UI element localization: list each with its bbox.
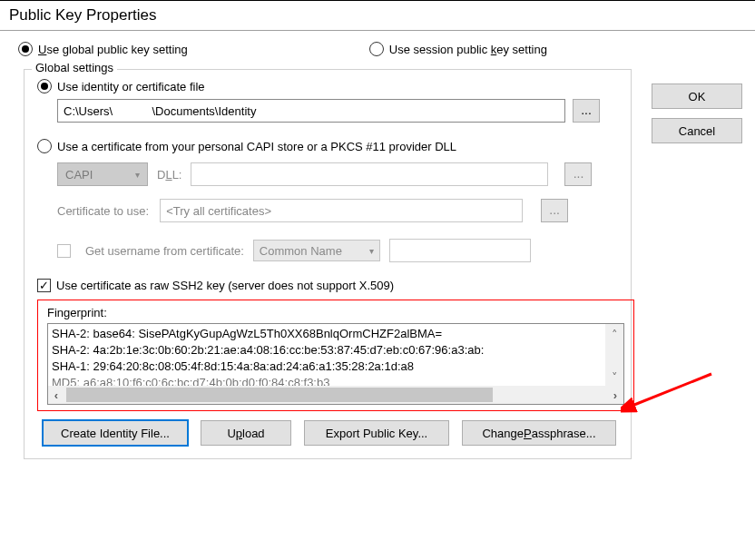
chevron-down-icon: ▾ <box>135 170 140 180</box>
fingerprint-line: SHA-1: 29:64:20:8c:08:05:4f:8d:15:4a:8a:… <box>52 359 603 375</box>
window-title: Public Key Properties <box>0 0 755 28</box>
fingerprint-highlight: Fingerprint: SHA-2: base64: SisePAtgKyGu… <box>37 300 634 411</box>
certificate-select-input <box>160 199 523 222</box>
capi-provider-label: CAPI <box>65 168 93 182</box>
radio-dot-icon <box>37 139 52 153</box>
radio-global-label: Use global public key setting <box>38 43 188 56</box>
capi-provider-dropdown: CAPI ▾ <box>57 162 148 186</box>
browse-identity-button[interactable]: ... <box>573 99 600 123</box>
scroll-right-icon[interactable]: › <box>607 388 623 402</box>
fingerprint-textarea[interactable]: SHA-2: base64: SisePAtgKyGupAgWzL5Th0XX6… <box>47 323 624 405</box>
radio-capi-label: Use a certificate from your personal CAP… <box>57 140 456 153</box>
raw-ssh2-label: Use certificate as raw SSH2 key (server … <box>56 279 394 292</box>
identity-path-input[interactable] <box>57 99 565 123</box>
radio-identity-label: Use identity or certificate file <box>57 80 205 93</box>
global-settings-group: Global settings Use identity or certific… <box>24 69 632 459</box>
radio-dot-icon <box>18 42 33 56</box>
radio-dot-icon <box>37 79 52 93</box>
chevron-down-icon: ▾ <box>369 246 374 256</box>
cert-to-use-label: Certificate to use: <box>57 204 149 218</box>
scroll-thumb[interactable] <box>66 388 493 402</box>
radio-session-label: Use session public key setting <box>389 43 547 56</box>
get-username-label: Get username from certificate: <box>85 244 244 258</box>
dll-label: DLL: <box>157 168 181 182</box>
fingerprint-label: Fingerprint: <box>47 306 624 319</box>
create-identity-button[interactable]: Create Identity File... <box>43 420 188 446</box>
svg-line-0 <box>630 374 711 407</box>
radio-capi-store[interactable]: Use a certificate from your personal CAP… <box>37 139 620 153</box>
radio-identity-file[interactable]: Use identity or certificate file <box>37 79 620 93</box>
dll-path-input <box>191 162 548 186</box>
upload-button[interactable]: Upload <box>201 420 291 446</box>
ok-button[interactable]: OK <box>652 84 742 109</box>
annotation-arrow-icon <box>621 365 721 419</box>
raw-ssh2-checkbox[interactable] <box>37 279 51 292</box>
radio-dot-icon <box>369 42 384 56</box>
radio-global-setting[interactable]: Use global public key setting <box>18 42 188 56</box>
group-legend: Global settings <box>32 61 117 74</box>
horizontal-scrollbar[interactable]: ‹ › <box>48 386 623 404</box>
radio-session-setting[interactable]: Use session public key setting <box>369 42 547 56</box>
vertical-scrollbar[interactable]: ˄ ˅ <box>605 324 623 388</box>
scroll-up-icon[interactable]: ˄ <box>612 328 618 341</box>
scroll-left-icon[interactable]: ‹ <box>48 388 64 402</box>
get-username-checkbox <box>57 244 71 258</box>
scroll-down-icon[interactable]: ˅ <box>612 370 618 384</box>
export-public-key-button[interactable]: Export Public Key... <box>304 420 449 446</box>
fingerprint-line: SHA-2: base64: SisePAtgKyGupAgWzL5Th0XX6… <box>52 326 603 342</box>
browse-cert-button: ... <box>541 199 568 222</box>
cancel-button[interactable]: Cancel <box>652 118 742 143</box>
change-passphrase-button[interactable]: Change Passphrase... <box>462 420 616 446</box>
username-value-input <box>389 239 531 262</box>
username-field-combo: Common Name ▾ <box>253 240 380 261</box>
username-field-value: Common Name <box>260 244 342 258</box>
fingerprint-line: SHA-2: 4a:2b:1e:3c:0b:60:2b:21:ae:a4:08:… <box>52 342 603 359</box>
raw-ssh2-checkbox-row[interactable]: Use certificate as raw SSH2 key (server … <box>37 279 620 292</box>
browse-dll-button: ... <box>564 162 592 186</box>
